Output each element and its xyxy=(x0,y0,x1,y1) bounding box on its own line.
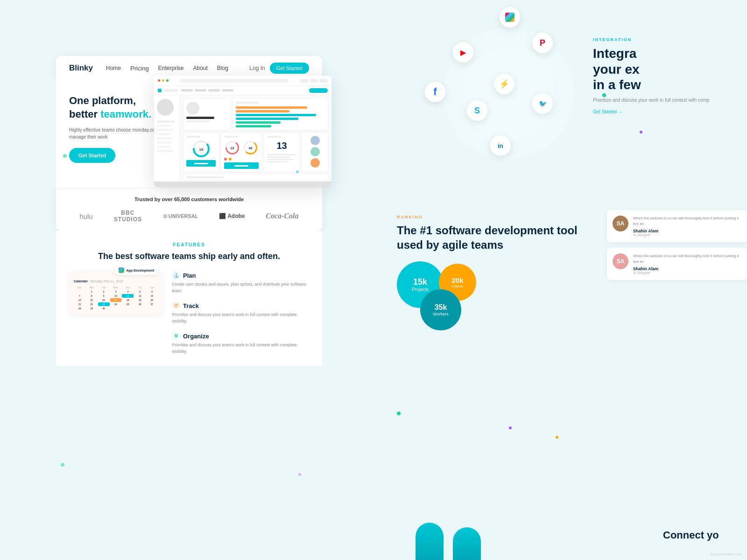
cal-26: 25 xyxy=(122,302,134,306)
app-body: 10 xyxy=(154,95,331,182)
legend xyxy=(224,158,259,161)
bar-4 xyxy=(236,118,298,120)
reviewer-role-2: Sr Designer xyxy=(633,271,741,274)
reviews-section: SA When the website is co we will thorou… xyxy=(607,210,747,280)
calendar-mockup: App Development Calendar Monday, Nov 11,… xyxy=(69,271,162,315)
ranking-section: RANKING The #1 software development tool… xyxy=(397,215,593,336)
deco-dot-4 xyxy=(298,473,301,476)
bottom-figures xyxy=(416,523,481,560)
clients-label: Clients xyxy=(452,284,463,288)
mock-btn-3 xyxy=(319,79,328,83)
date-text xyxy=(186,176,224,178)
deco-dot-2 xyxy=(296,170,299,173)
sidebar-item xyxy=(157,120,175,123)
mock-tab xyxy=(222,89,233,91)
hero-cta-button[interactable]: Get Started xyxy=(69,148,115,163)
greeting-card xyxy=(183,99,230,130)
stat-label xyxy=(186,136,200,138)
review-content-2: When the website is co we will thoroughl… xyxy=(633,253,741,274)
trusted-text: Trusted by over 65,000 customers worldwi… xyxy=(69,196,309,202)
cal-13: 12 xyxy=(134,294,146,298)
cal-14: 13 xyxy=(146,294,158,298)
feature-plan-desc: Create user stories and issues, plan spr… xyxy=(172,281,309,294)
day-thu: Thu xyxy=(122,286,134,289)
cal-8: 7 xyxy=(74,294,85,298)
ring-2: 40 xyxy=(242,140,259,156)
track-icon: ⏱ xyxy=(172,301,180,310)
stat-card-3: 13 xyxy=(264,133,299,172)
reviewer-name-2: Shahin Alam xyxy=(633,266,741,271)
features-content: App Development Calendar Monday, Nov 11,… xyxy=(69,271,309,355)
brand-bbc: BBCSTUDIOS xyxy=(114,210,142,223)
get-started-nav-button[interactable]: Get Started xyxy=(270,63,309,74)
review-text-1: When the website is co we will thoroughl… xyxy=(633,216,741,227)
cal-1 xyxy=(74,290,85,294)
cal-5: 4 xyxy=(122,290,134,294)
big-number: 13 xyxy=(267,140,296,151)
sidebar-item xyxy=(157,125,171,127)
feature-organize-desc: Prioritize and discuss your team's work … xyxy=(172,342,309,355)
text-lines xyxy=(267,154,296,162)
stats-row: 10 xyxy=(183,133,328,172)
nav-blog[interactable]: Blog xyxy=(217,65,228,72)
orbit-container: ▶ P f ⚡ S 🐦 in xyxy=(416,0,574,187)
review-avatar-2: SA xyxy=(613,253,628,269)
left-panel: Blinky Home Pricing Enterprise About Blo… xyxy=(0,0,378,560)
cal-2: 1 xyxy=(86,290,98,294)
nav-home[interactable]: Home xyxy=(106,65,121,72)
cal-17: 16 xyxy=(98,298,110,302)
ranking-label: RANKING xyxy=(397,215,593,219)
nav-icons xyxy=(300,79,328,83)
connect-title: Connect yo xyxy=(663,529,747,541)
app-logo-mock xyxy=(158,89,162,92)
nav-enterprise[interactable]: Enterprise xyxy=(158,65,184,72)
calendar-grid: Sun Mon Tue Wed Thu Fri Sat 1 2 3 4 5 6 xyxy=(74,286,158,310)
login-link[interactable]: Log In xyxy=(249,65,265,71)
chart-title xyxy=(236,102,259,104)
svg-text:10: 10 xyxy=(231,147,234,150)
cal-3: 2 xyxy=(98,290,110,294)
review-avatar-1: SA xyxy=(613,216,628,231)
brand-hulu: hulu xyxy=(79,212,92,220)
deco-dot-right-1 xyxy=(602,93,606,97)
day-wed: Wed xyxy=(110,286,122,289)
dashboard-mockup: 10 xyxy=(154,76,331,187)
calendar-title: Calendar Monday, Nov 11, 2019 xyxy=(74,280,158,283)
nav-pricing[interactable]: Pricing xyxy=(130,65,149,72)
integration-label: INTEGRATION xyxy=(593,37,738,42)
app-main: 10 xyxy=(180,95,331,182)
btn-text xyxy=(194,163,208,164)
brand-universal: ⊙ UNIVERSAL xyxy=(163,213,198,219)
app-dev-tag: App Development xyxy=(115,266,158,275)
workers-num: 35k xyxy=(435,303,447,312)
nav-about[interactable]: About xyxy=(193,65,208,72)
cal-27: 26 xyxy=(134,302,146,306)
app-dev-info: App Development xyxy=(126,269,154,272)
avatar-list xyxy=(305,136,325,168)
cal-21: 20 xyxy=(146,298,158,302)
avatars-card xyxy=(302,133,328,172)
figure-1 xyxy=(416,523,444,560)
text-line xyxy=(267,156,290,158)
deco-dot-1 xyxy=(63,154,67,158)
text-line xyxy=(267,159,294,160)
day-fri: Fri xyxy=(134,286,146,289)
slack-icon xyxy=(119,267,124,273)
cal-25: 24 xyxy=(110,302,122,306)
projects-num: 15k xyxy=(413,277,427,287)
clients-num: 20k xyxy=(451,276,463,284)
view-detail-btn-2 xyxy=(224,162,259,169)
close-dot xyxy=(158,79,160,82)
dual-ring: 10 40 xyxy=(224,140,259,156)
cal-7: 6 xyxy=(146,290,158,294)
circular-chart: 10 xyxy=(186,140,216,158)
deco-dot-right-2 xyxy=(640,131,642,133)
feature-items: ⚓ Plan Create user stories and issues, p… xyxy=(172,271,309,355)
projects-label: Projects xyxy=(412,287,429,292)
greeting-text xyxy=(186,117,214,119)
integration-link[interactable]: Get Started → xyxy=(593,109,738,114)
day-sun: Sun xyxy=(74,286,85,289)
cal-18: 17 xyxy=(110,298,122,302)
app-dev-title: App Development xyxy=(126,269,154,272)
right-panel: INTEGRATION Integrayour exin a few Prior… xyxy=(378,0,747,560)
